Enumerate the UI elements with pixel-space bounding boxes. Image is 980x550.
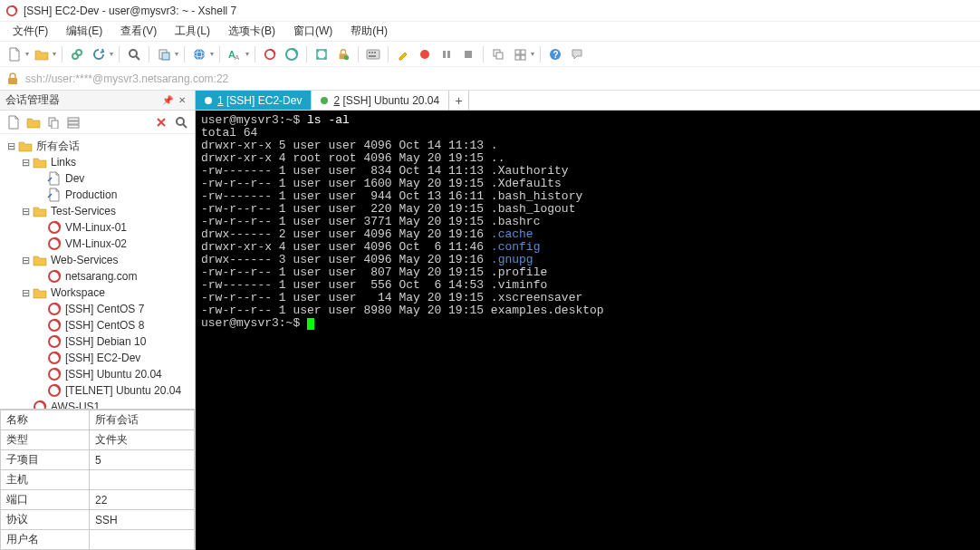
tb-help-icon[interactable]: ?: [546, 45, 564, 63]
prop-proto-value: SSH: [90, 510, 195, 530]
terminal-line: drwx------ 2 user user 4096 May 20 19:16: [201, 227, 491, 241]
addressbar[interactable]: ssh://user:****@mysvr3.netsarang.com:22: [0, 67, 980, 91]
tree-item-telnet-ubuntu[interactable]: [TELNET] Ubuntu 20.04: [0, 382, 195, 399]
terminal-line: -rw------- 1 user user 556 Oct 6 14:53 .…: [201, 278, 547, 292]
content-area: 1 [SSH] EC2-Dev 2 [SSH] Ubuntu 20.04 + u…: [196, 91, 980, 550]
shortcut-icon: [47, 188, 62, 202]
tree-item-dev[interactable]: Dev: [0, 170, 195, 187]
tb-globe-icon[interactable]: [190, 45, 208, 63]
titlebar: [SSH] EC2-Dev - user@mysvr3: ~ - Xshell …: [0, 0, 980, 22]
tree-item-ubuntu2004[interactable]: [SSH] Ubuntu 20.04: [0, 366, 195, 382]
folder-icon: [33, 285, 47, 300]
tb-stop-icon[interactable]: [459, 45, 477, 63]
tab-ec2dev[interactable]: 1 [SSH] EC2-Dev: [196, 91, 312, 110]
tree-item-debian10[interactable]: [SSH] Debian 10: [0, 333, 195, 350]
svg-point-5: [130, 50, 137, 57]
tree-label: [SSH] EC2-Dev: [65, 352, 140, 364]
tree-item-vmlinux01[interactable]: VM-Linux-01: [0, 219, 195, 236]
terminal-line: -rw-r--r-- 1 user user 8980 May 20 19:15…: [201, 304, 604, 317]
tb-record-icon[interactable]: [416, 45, 434, 63]
pin-icon[interactable]: 📌: [160, 93, 175, 108]
side-new-icon[interactable]: [5, 114, 22, 130]
tree-item-centos8[interactable]: [SSH] CentOS 8: [0, 317, 195, 333]
tree-links[interactable]: ⊟ Links: [0, 154, 195, 170]
session-icon: [47, 302, 62, 316]
menu-tools[interactable]: 工具(L): [168, 22, 217, 41]
collapse-icon[interactable]: ⊟: [5, 140, 16, 151]
tree-root[interactable]: ⊟ 所有会话: [0, 138, 195, 154]
close-icon[interactable]: ✕: [175, 93, 189, 108]
session-icon: [47, 367, 62, 381]
collapse-icon[interactable]: ⊟: [20, 157, 31, 168]
tb-open-icon[interactable]: [33, 45, 51, 63]
tb-fullscreen-icon[interactable]: [312, 45, 331, 63]
svg-rect-7: [162, 53, 169, 60]
tb-xftp-icon[interactable]: [283, 45, 301, 63]
status-dot-icon: [321, 97, 328, 104]
folder-icon: [33, 253, 47, 267]
tb-keyboard-icon[interactable]: [364, 45, 382, 63]
side-view-icon[interactable]: [65, 114, 82, 130]
side-delete-icon[interactable]: [153, 114, 169, 130]
tree-workspace[interactable]: ⊟ Workspace: [0, 285, 195, 301]
tree-label: netsarang.com: [65, 270, 137, 283]
tb-balloon-icon[interactable]: [568, 45, 586, 63]
svg-rect-31: [521, 55, 525, 60]
tree-item-netsarang[interactable]: netsarang.com: [0, 268, 195, 285]
side-search-icon[interactable]: [173, 114, 189, 130]
tb-copy-icon[interactable]: [155, 45, 173, 63]
terminal-line: -rw-r--r-- 1 user user 807 May 20 19:15 …: [201, 265, 547, 279]
tb-font-icon[interactable]: AA: [226, 45, 244, 63]
prop-children-label: 子项目: [1, 450, 90, 470]
tb-link-icon[interactable]: [68, 45, 86, 63]
tb-new-icon[interactable]: [5, 45, 24, 63]
tree-label: [SSH] Ubuntu 20.04: [65, 368, 162, 381]
menu-file[interactable]: 文件(F): [5, 22, 55, 41]
tree-item-production[interactable]: Production: [0, 187, 195, 203]
tree-item-awsus1[interactable]: AWS-US1: [0, 399, 195, 409]
terminal-prompt: user@mysvr3:~$: [201, 316, 307, 330]
tb-reconnect-icon[interactable]: [90, 45, 108, 63]
svg-rect-28: [515, 50, 520, 54]
tb-cascade-icon[interactable]: [489, 45, 507, 63]
tb-search-icon[interactable]: [125, 45, 143, 63]
session-icon: [47, 236, 62, 251]
tb-pause-icon[interactable]: [437, 45, 456, 63]
svg-rect-17: [367, 50, 380, 59]
side-copy-icon[interactable]: [45, 114, 62, 130]
menu-edit[interactable]: 编辑(E): [59, 22, 110, 41]
app-logo-icon: [5, 5, 18, 17]
collapse-icon[interactable]: ⊟: [20, 206, 31, 217]
tb-xshell-icon[interactable]: [261, 45, 279, 63]
tree-webservices[interactable]: ⊟ Web-Services: [0, 252, 195, 268]
tb-lock-icon[interactable]: [334, 45, 352, 63]
tree-testservices[interactable]: ⊟ Test-Services: [0, 203, 195, 219]
collapse-icon[interactable]: ⊟: [20, 255, 31, 265]
tree-label: Links: [51, 156, 76, 169]
prop-user-value: [90, 530, 195, 550]
prop-user-label: 用户名: [1, 530, 90, 550]
tab-add-button[interactable]: +: [449, 91, 469, 110]
terminal-line: drwxr-xr-x 4 root root 4096 May 20 19:15…: [201, 151, 504, 165]
prop-name-label: 名称: [1, 410, 90, 430]
tree-label: Production: [65, 188, 117, 201]
prop-port-value: 22: [90, 490, 195, 510]
menu-window[interactable]: 窗口(W): [286, 22, 340, 41]
folder-icon: [33, 204, 47, 218]
tb-highlight-icon[interactable]: [394, 45, 412, 63]
session-tree: ⊟ 所有会话 ⊟ Links Dev Production ⊟ Test-Ser…: [0, 134, 195, 409]
tree-item-vmlinux02[interactable]: VM-Linux-02: [0, 236, 195, 252]
collapse-icon[interactable]: ⊟: [20, 287, 31, 298]
menu-help[interactable]: 帮助(H): [343, 22, 395, 41]
svg-point-4: [76, 50, 82, 55]
side-newfolder-icon[interactable]: [25, 114, 42, 130]
menu-view[interactable]: 查看(V): [113, 22, 164, 41]
terminal[interactable]: user@mysvr3:~$ ls -al total 64 drwxr-xr-…: [196, 111, 980, 550]
tree-item-ec2dev[interactable]: [SSH] EC2-Dev: [0, 350, 195, 366]
tb-tile-icon[interactable]: [511, 45, 529, 63]
menu-tabs[interactable]: 选项卡(B): [221, 22, 283, 41]
tree-label: [TELNET] Ubuntu 20.04: [65, 384, 181, 397]
window-title: [SSH] EC2-Dev - user@mysvr3: ~ - Xshell …: [24, 5, 236, 17]
tab-ubuntu2004[interactable]: 2 [SSH] Ubuntu 20.04: [312, 91, 449, 110]
tree-item-centos7[interactable]: [SSH] CentOS 7: [0, 301, 195, 317]
